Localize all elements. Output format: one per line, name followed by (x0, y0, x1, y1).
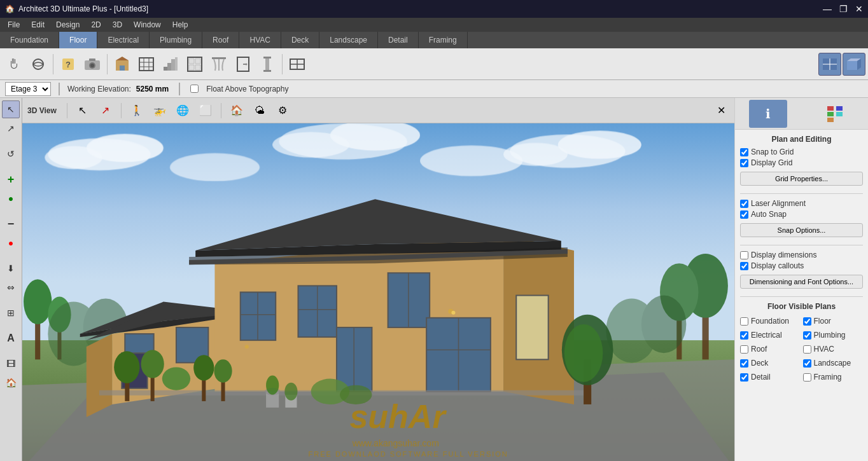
wall-tool[interactable] (135, 53, 158, 76)
svg-point-114 (266, 376, 279, 395)
vt-settings[interactable]: ⚙ (272, 101, 293, 120)
film-tool[interactable]: 🎞 (2, 355, 20, 373)
building-tool[interactable] (111, 53, 134, 76)
3d-view-container[interactable]: suhAr www.akangsuhar.com FREE DOWNLAOD S… (22, 123, 734, 461)
vt-globe[interactable]: 🌐 (172, 101, 193, 120)
vt-sep2 (221, 103, 221, 118)
menu-3d[interactable]: 3D (108, 19, 127, 31)
camera-tool[interactable] (81, 53, 104, 76)
fv-landscape: Landscape (803, 359, 864, 368)
menu-edit[interactable]: Edit (26, 19, 50, 31)
display-grid-checkbox[interactable] (740, 159, 748, 167)
vt-heli[interactable]: 🚁 (150, 101, 170, 120)
laser-alignment-row: Laser Alignment (740, 199, 863, 208)
select-move-tool[interactable]: ↗ (2, 120, 20, 137)
fv-roof-checkbox[interactable] (740, 345, 748, 354)
dot-tool[interactable]: ● (2, 189, 20, 207)
tree-panel-tab[interactable] (816, 100, 854, 128)
vt-select[interactable]: ↖ (73, 101, 93, 120)
fv-deck-label: Deck (751, 359, 768, 368)
svg-point-101 (141, 350, 164, 378)
floor-visible-title: Floor Visible Plans (740, 302, 863, 311)
floor-tool[interactable] (183, 53, 206, 76)
svg-rect-121 (836, 112, 843, 116)
tab-plumbing[interactable]: Plumbing (150, 32, 202, 48)
stair-tool[interactable] (159, 53, 182, 76)
menu-2d[interactable]: 2D (86, 19, 106, 31)
menu-file[interactable]: File (3, 19, 25, 31)
floor-level-select[interactable]: Etage 1 Etage 2 Etage 3 (5, 82, 51, 96)
auto-snap-checkbox[interactable] (740, 210, 748, 219)
fv-foundation-checkbox[interactable] (740, 317, 748, 326)
tab-framing[interactable]: Framing (419, 32, 468, 48)
vt-box[interactable]: ⬜ (195, 101, 216, 120)
tab-floor[interactable]: Floor (59, 32, 97, 48)
house-small-tool[interactable]: 🏠 (2, 374, 20, 392)
titlebar-right[interactable]: — ❐ ✕ (823, 4, 863, 14)
hand-tool[interactable] (3, 53, 25, 76)
plan-view-btn[interactable] (818, 53, 841, 76)
display-dimensions-checkbox[interactable] (740, 251, 748, 259)
select-arrow-tool[interactable]: ↖ (2, 100, 20, 118)
tab-roof[interactable]: Roof (202, 32, 239, 48)
rotate-tool[interactable]: ↺ (2, 145, 20, 163)
vt-person[interactable]: 🚶 (127, 101, 147, 120)
help-tool[interactable]: ? (57, 53, 80, 76)
vt-sep0 (67, 103, 67, 118)
orbit-tool[interactable] (27, 53, 50, 76)
window-tool[interactable] (286, 53, 309, 76)
grid-tool[interactable]: ⊞ (2, 304, 20, 322)
fv-hvac-checkbox[interactable] (803, 345, 811, 354)
tab-electrical[interactable]: Electrical (97, 32, 150, 48)
menu-window[interactable]: Window (129, 19, 166, 31)
menu-design[interactable]: Design (51, 19, 85, 31)
dimensioning-btn[interactable]: Dimensioning and Font Options... (740, 275, 863, 289)
svg-point-26 (246, 63, 248, 65)
minimize-btn[interactable]: — (823, 4, 832, 14)
info-panel-tab[interactable]: ℹ (749, 100, 787, 128)
fv-detail: Detail (740, 373, 801, 382)
view-close-btn[interactable]: ✕ (713, 104, 729, 116)
snap-to-grid-checkbox[interactable] (740, 148, 748, 156)
fv-framing: Framing (803, 373, 864, 382)
fv-deck: Deck (740, 359, 801, 368)
move-down-tool[interactable]: ⬇ (2, 259, 20, 277)
float-topography-checkbox[interactable] (190, 85, 199, 93)
snap-options-btn[interactable]: Snap Options... (740, 223, 863, 237)
fv-detail-checkbox[interactable] (740, 373, 748, 382)
vt-house[interactable]: 🏠 (227, 101, 247, 120)
fv-plumbing-checkbox[interactable] (803, 331, 811, 340)
add-tool[interactable]: + (2, 170, 20, 188)
restore-btn[interactable]: ❐ (839, 4, 848, 14)
fv-electrical: Electrical (740, 331, 801, 340)
fv-electrical-checkbox[interactable] (740, 331, 748, 340)
tab-detail[interactable]: Detail (378, 32, 419, 48)
fv-landscape-checkbox[interactable] (803, 359, 811, 368)
tab-foundation[interactable]: Foundation (0, 32, 59, 48)
grid-properties-btn[interactable]: Grid Properties... (740, 172, 863, 186)
vt-sep1 (121, 103, 122, 118)
arrows-tool[interactable]: ⇔ (2, 279, 20, 296)
tab-hvac[interactable]: HVAC (239, 32, 281, 48)
fv-framing-checkbox[interactable] (803, 373, 811, 382)
tab-landscape[interactable]: Landscape (319, 32, 378, 48)
laser-alignment-checkbox[interactable] (740, 200, 748, 208)
3d-view-btn[interactable] (843, 53, 865, 76)
vt-sun[interactable]: 🌤 (249, 101, 270, 120)
svg-rect-17 (171, 59, 175, 71)
fv-deck-checkbox[interactable] (740, 359, 748, 368)
close-btn[interactable]: ✕ (855, 4, 863, 14)
red-dot-tool[interactable]: ● (2, 234, 20, 252)
menu-help[interactable]: Help (167, 19, 193, 31)
column-tool[interactable] (256, 53, 279, 76)
curtain-tool[interactable] (207, 53, 230, 76)
fv-floor-checkbox[interactable] (803, 317, 811, 326)
minus-tool[interactable]: − (2, 215, 20, 233)
vt-pointer[interactable]: ↗ (95, 101, 116, 120)
tab-deck[interactable]: Deck (281, 32, 319, 48)
auto-snap-label: Auto Snap (751, 210, 787, 219)
display-callouts-checkbox[interactable] (740, 262, 748, 270)
fv-framing-label: Framing (814, 373, 842, 382)
door-tool[interactable] (232, 53, 255, 76)
text-tool[interactable]: A (2, 329, 20, 347)
